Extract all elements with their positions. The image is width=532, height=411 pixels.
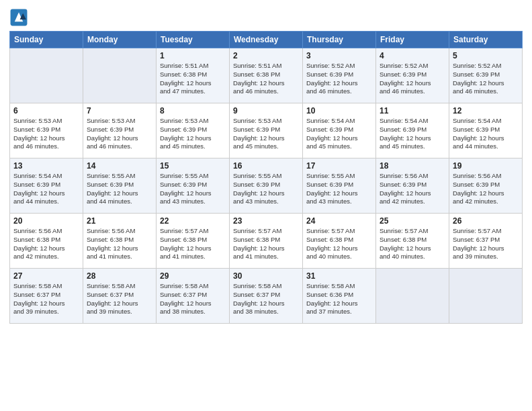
calendar-cell: 4Sunrise: 5:52 AMSunset: 6:39 PMDaylight… bbox=[376, 48, 449, 103]
day-number: 9 bbox=[233, 106, 299, 116]
page: SundayMondayTuesdayWednesdayThursdayFrid… bbox=[0, 0, 532, 411]
day-number: 6 bbox=[13, 106, 79, 116]
day-number: 19 bbox=[453, 161, 519, 171]
calendar-cell: 17Sunrise: 5:55 AMSunset: 6:39 PMDayligh… bbox=[303, 158, 376, 214]
calendar-cell: 22Sunrise: 5:57 AMSunset: 6:38 PMDayligh… bbox=[157, 214, 230, 269]
calendar-cell: 15Sunrise: 5:55 AMSunset: 6:39 PMDayligh… bbox=[157, 158, 230, 214]
day-info: Sunrise: 5:55 AMSunset: 6:39 PMDaylight:… bbox=[87, 172, 152, 206]
day-info: Sunrise: 5:56 AMSunset: 6:39 PMDaylight:… bbox=[380, 172, 445, 206]
day-number: 24 bbox=[306, 216, 372, 226]
day-number: 13 bbox=[13, 161, 79, 171]
calendar-cell: 26Sunrise: 5:57 AMSunset: 6:37 PMDayligh… bbox=[449, 214, 523, 269]
weekday-header: Tuesday bbox=[157, 32, 230, 48]
day-info: Sunrise: 5:52 AMSunset: 6:39 PMDaylight:… bbox=[380, 62, 445, 96]
weekday-header: Friday bbox=[376, 32, 449, 48]
calendar-week-row: 13Sunrise: 5:54 AMSunset: 6:39 PMDayligh… bbox=[10, 158, 523, 214]
day-info: Sunrise: 5:54 AMSunset: 6:39 PMDaylight:… bbox=[13, 172, 79, 206]
day-number: 17 bbox=[306, 161, 372, 171]
calendar-week-row: 27Sunrise: 5:58 AMSunset: 6:37 PMDayligh… bbox=[10, 269, 523, 324]
day-info: Sunrise: 5:57 AMSunset: 6:38 PMDaylight:… bbox=[233, 227, 299, 261]
logo bbox=[9, 8, 31, 27]
day-info: Sunrise: 5:55 AMSunset: 6:39 PMDaylight:… bbox=[160, 172, 226, 206]
day-info: Sunrise: 5:56 AMSunset: 6:38 PMDaylight:… bbox=[13, 227, 79, 261]
day-info: Sunrise: 5:52 AMSunset: 6:39 PMDaylight:… bbox=[453, 62, 519, 96]
day-number: 15 bbox=[160, 161, 226, 171]
calendar-cell: 9Sunrise: 5:53 AMSunset: 6:39 PMDaylight… bbox=[230, 103, 303, 158]
day-number: 25 bbox=[380, 216, 445, 226]
calendar: SundayMondayTuesdayWednesdayThursdayFrid… bbox=[9, 31, 523, 324]
calendar-cell: 16Sunrise: 5:55 AMSunset: 6:39 PMDayligh… bbox=[230, 158, 303, 214]
day-number: 28 bbox=[87, 271, 152, 281]
weekday-header: Wednesday bbox=[230, 32, 303, 48]
calendar-cell: 14Sunrise: 5:55 AMSunset: 6:39 PMDayligh… bbox=[83, 158, 157, 214]
day-info: Sunrise: 5:51 AMSunset: 6:38 PMDaylight:… bbox=[233, 62, 299, 96]
calendar-cell: 31Sunrise: 5:58 AMSunset: 6:36 PMDayligh… bbox=[303, 269, 376, 324]
calendar-week-row: 6Sunrise: 5:53 AMSunset: 6:39 PMDaylight… bbox=[10, 103, 523, 158]
day-number: 3 bbox=[306, 51, 372, 60]
day-number: 26 bbox=[453, 216, 519, 226]
day-info: Sunrise: 5:53 AMSunset: 6:39 PMDaylight:… bbox=[233, 117, 299, 151]
day-number: 4 bbox=[380, 51, 445, 60]
weekday-header: Sunday bbox=[10, 32, 83, 48]
day-number: 2 bbox=[233, 51, 299, 60]
calendar-cell: 30Sunrise: 5:58 AMSunset: 6:37 PMDayligh… bbox=[230, 269, 303, 324]
calendar-cell: 24Sunrise: 5:57 AMSunset: 6:38 PMDayligh… bbox=[303, 214, 376, 269]
day-number: 7 bbox=[87, 106, 152, 116]
day-info: Sunrise: 5:58 AMSunset: 6:37 PMDaylight:… bbox=[87, 282, 152, 316]
day-number: 31 bbox=[306, 271, 372, 281]
day-info: Sunrise: 5:57 AMSunset: 6:38 PMDaylight:… bbox=[380, 227, 445, 261]
day-number: 27 bbox=[13, 271, 79, 281]
day-number: 29 bbox=[160, 271, 226, 281]
calendar-cell: 11Sunrise: 5:54 AMSunset: 6:39 PMDayligh… bbox=[376, 103, 449, 158]
calendar-cell: 28Sunrise: 5:58 AMSunset: 6:37 PMDayligh… bbox=[83, 269, 157, 324]
calendar-cell: 23Sunrise: 5:57 AMSunset: 6:38 PMDayligh… bbox=[230, 214, 303, 269]
day-number: 14 bbox=[87, 161, 152, 171]
calendar-cell: 20Sunrise: 5:56 AMSunset: 6:38 PMDayligh… bbox=[10, 214, 83, 269]
day-number: 12 bbox=[453, 106, 519, 116]
day-number: 8 bbox=[160, 106, 226, 116]
header bbox=[9, 8, 523, 27]
calendar-cell bbox=[83, 48, 157, 103]
day-info: Sunrise: 5:57 AMSunset: 6:38 PMDaylight:… bbox=[306, 227, 372, 261]
calendar-week-row: 1Sunrise: 5:51 AMSunset: 6:38 PMDaylight… bbox=[10, 48, 523, 103]
day-number: 20 bbox=[13, 216, 79, 226]
day-info: Sunrise: 5:54 AMSunset: 6:39 PMDaylight:… bbox=[453, 117, 519, 151]
calendar-cell bbox=[10, 48, 83, 103]
calendar-cell: 19Sunrise: 5:56 AMSunset: 6:39 PMDayligh… bbox=[449, 158, 523, 214]
day-info: Sunrise: 5:53 AMSunset: 6:39 PMDaylight:… bbox=[13, 117, 79, 151]
weekday-header: Saturday bbox=[449, 32, 523, 48]
calendar-cell: 21Sunrise: 5:56 AMSunset: 6:38 PMDayligh… bbox=[83, 214, 157, 269]
day-info: Sunrise: 5:52 AMSunset: 6:39 PMDaylight:… bbox=[306, 62, 372, 96]
day-info: Sunrise: 5:58 AMSunset: 6:37 PMDaylight:… bbox=[233, 282, 299, 316]
calendar-cell: 18Sunrise: 5:56 AMSunset: 6:39 PMDayligh… bbox=[376, 158, 449, 214]
day-info: Sunrise: 5:58 AMSunset: 6:37 PMDaylight:… bbox=[13, 282, 79, 316]
day-number: 23 bbox=[233, 216, 299, 226]
calendar-cell: 13Sunrise: 5:54 AMSunset: 6:39 PMDayligh… bbox=[10, 158, 83, 214]
calendar-cell: 2Sunrise: 5:51 AMSunset: 6:38 PMDaylight… bbox=[230, 48, 303, 103]
day-info: Sunrise: 5:55 AMSunset: 6:39 PMDaylight:… bbox=[233, 172, 299, 206]
day-info: Sunrise: 5:53 AMSunset: 6:39 PMDaylight:… bbox=[160, 117, 226, 151]
day-number: 16 bbox=[233, 161, 299, 171]
day-number: 10 bbox=[306, 106, 372, 116]
calendar-cell: 6Sunrise: 5:53 AMSunset: 6:39 PMDaylight… bbox=[10, 103, 83, 158]
logo-icon bbox=[9, 8, 28, 27]
calendar-cell: 12Sunrise: 5:54 AMSunset: 6:39 PMDayligh… bbox=[449, 103, 523, 158]
day-number: 22 bbox=[160, 216, 226, 226]
day-info: Sunrise: 5:56 AMSunset: 6:39 PMDaylight:… bbox=[453, 172, 519, 206]
day-number: 18 bbox=[380, 161, 445, 171]
day-number: 30 bbox=[233, 271, 299, 281]
calendar-cell: 1Sunrise: 5:51 AMSunset: 6:38 PMDaylight… bbox=[157, 48, 230, 103]
calendar-cell: 27Sunrise: 5:58 AMSunset: 6:37 PMDayligh… bbox=[10, 269, 83, 324]
day-info: Sunrise: 5:54 AMSunset: 6:39 PMDaylight:… bbox=[306, 117, 372, 151]
day-info: Sunrise: 5:54 AMSunset: 6:39 PMDaylight:… bbox=[380, 117, 445, 151]
calendar-cell bbox=[449, 269, 523, 324]
calendar-cell: 29Sunrise: 5:58 AMSunset: 6:37 PMDayligh… bbox=[157, 269, 230, 324]
calendar-cell: 3Sunrise: 5:52 AMSunset: 6:39 PMDaylight… bbox=[303, 48, 376, 103]
day-number: 5 bbox=[453, 51, 519, 60]
day-info: Sunrise: 5:58 AMSunset: 6:36 PMDaylight:… bbox=[306, 282, 372, 316]
calendar-week-row: 20Sunrise: 5:56 AMSunset: 6:38 PMDayligh… bbox=[10, 214, 523, 269]
calendar-cell: 25Sunrise: 5:57 AMSunset: 6:38 PMDayligh… bbox=[376, 214, 449, 269]
calendar-cell: 5Sunrise: 5:52 AMSunset: 6:39 PMDaylight… bbox=[449, 48, 523, 103]
day-info: Sunrise: 5:55 AMSunset: 6:39 PMDaylight:… bbox=[306, 172, 372, 206]
day-number: 1 bbox=[160, 51, 226, 60]
